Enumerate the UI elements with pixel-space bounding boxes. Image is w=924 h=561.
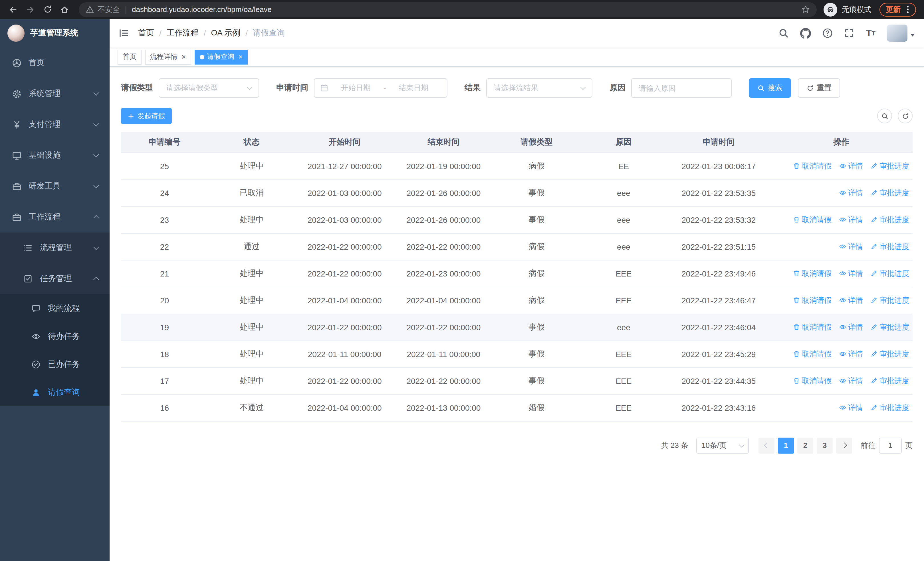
- detail-link[interactable]: 详情: [839, 161, 863, 171]
- fullscreen-icon[interactable]: [844, 28, 855, 38]
- cell-status: 处理中: [208, 340, 295, 367]
- sidebar-item-system[interactable]: 系统管理: [0, 78, 110, 109]
- close-icon[interactable]: ×: [182, 53, 186, 60]
- sidebar-item-process-management[interactable]: 流程管理: [0, 233, 110, 263]
- warning-icon: [86, 5, 94, 14]
- cancel-leave-link[interactable]: 取消请假: [793, 322, 831, 332]
- approval-progress-link[interactable]: 审批进度: [870, 215, 909, 225]
- refresh-icon: [806, 84, 814, 92]
- column-header-actions: 操作: [770, 132, 913, 152]
- tab-leave-query[interactable]: 请假查询 ×: [194, 50, 248, 64]
- cancel-leave-link[interactable]: 取消请假: [793, 268, 831, 278]
- sidebar-item-my-processes[interactable]: 我的流程: [0, 294, 110, 322]
- page-button-3[interactable]: 3: [817, 437, 832, 453]
- trash-icon: [793, 350, 800, 358]
- approval-progress-link[interactable]: 审批进度: [870, 188, 909, 198]
- sidebar-item-leave-query[interactable]: 请假查询: [0, 378, 110, 406]
- sidebar-item-done-tasks[interactable]: 已办任务: [0, 350, 110, 378]
- table-toolbar: 发起请假: [121, 108, 913, 124]
- sidebar-item-infra[interactable]: 基础设施: [0, 140, 110, 171]
- cancel-leave-link[interactable]: 取消请假: [793, 376, 831, 386]
- page-button-1[interactable]: 1: [778, 437, 794, 453]
- cell-end-time: 2022-01-23 00:00:00: [394, 260, 493, 287]
- goto-unit-label: 页: [905, 440, 913, 450]
- sidebar-item-payment[interactable]: 支付管理: [0, 109, 110, 140]
- bookmark-star-icon[interactable]: [801, 5, 810, 14]
- approval-progress-link[interactable]: 审批进度: [870, 349, 909, 359]
- approval-progress-link[interactable]: 审批进度: [870, 403, 909, 413]
- detail-link[interactable]: 详情: [839, 215, 863, 225]
- sidebar-item-workflow[interactable]: 工作流程: [0, 202, 110, 233]
- reason-input[interactable]: [631, 78, 732, 98]
- prev-page-button[interactable]: [759, 437, 774, 453]
- detail-link[interactable]: 详情: [839, 268, 863, 278]
- sidebar-item-pending-tasks[interactable]: 待办任务: [0, 322, 110, 350]
- detail-link[interactable]: 详情: [839, 188, 863, 198]
- home-icon[interactable]: [57, 2, 72, 17]
- page-size-select[interactable]: 10条/页: [696, 437, 749, 453]
- detail-link[interactable]: 详情: [839, 376, 863, 386]
- approval-progress-link[interactable]: 审批进度: [870, 241, 909, 252]
- detail-link[interactable]: 详情: [839, 295, 863, 305]
- next-page-button[interactable]: [836, 437, 852, 453]
- toolbar-search-button[interactable]: [877, 108, 892, 123]
- breadcrumb-workflow[interactable]: 工作流程: [166, 28, 199, 38]
- breadcrumb-oa-example[interactable]: OA 示例: [211, 28, 240, 38]
- cancel-leave-link[interactable]: 取消请假: [793, 295, 831, 305]
- result-select[interactable]: 请选择流结果: [486, 78, 592, 98]
- edit-icon: [870, 216, 878, 223]
- breadcrumb-home[interactable]: 首页: [138, 28, 154, 38]
- hamburger-icon[interactable]: [119, 28, 129, 38]
- cell-apply-time: 2022-01-22 23:53:35: [667, 179, 770, 206]
- menu-dots-icon[interactable]: [907, 9, 909, 10]
- create-leave-button[interactable]: 发起请假: [121, 108, 172, 124]
- tab-process-detail[interactable]: 流程详情 ×: [145, 50, 191, 64]
- search-button[interactable]: 搜索: [749, 78, 791, 98]
- approval-progress-link[interactable]: 审批进度: [870, 376, 909, 386]
- apply-time-label: 申请时间: [276, 83, 308, 93]
- detail-link[interactable]: 详情: [839, 403, 863, 413]
- cell-leave-type: 事假: [493, 206, 580, 233]
- reload-icon[interactable]: [40, 2, 55, 17]
- avatar[interactable]: [887, 24, 908, 42]
- tab-home[interactable]: 首页: [118, 50, 141, 64]
- address-bar[interactable]: 不安全 dashboard.yudao.iocoder.cn/bpm/oa/le…: [79, 2, 817, 17]
- eye-icon: [839, 162, 846, 170]
- detail-link[interactable]: 详情: [839, 349, 863, 359]
- reset-button[interactable]: 重置: [798, 78, 840, 98]
- breadcrumb: 首页 / 工作流程 / OA 示例 / 请假查询: [138, 28, 285, 38]
- page-button-2[interactable]: 2: [797, 437, 813, 453]
- update-button[interactable]: 更新: [879, 3, 916, 16]
- goto-page-input[interactable]: [879, 437, 902, 453]
- sidebar-item-devtools[interactable]: 研发工具: [0, 171, 110, 202]
- apply-time-range-picker[interactable]: 开始日期 - 结束日期: [314, 78, 447, 98]
- cell-end-time: 2022-01-26 00:00:00: [394, 206, 493, 233]
- help-icon[interactable]: [823, 28, 833, 38]
- eye-icon: [839, 404, 846, 411]
- forward-icon[interactable]: [23, 2, 38, 17]
- sidebar-item-task-management[interactable]: 任务管理: [0, 263, 110, 294]
- cancel-leave-link[interactable]: 取消请假: [793, 215, 831, 225]
- approval-progress-link[interactable]: 审批进度: [870, 322, 909, 332]
- leave-type-select[interactable]: 请选择请假类型: [159, 78, 259, 98]
- font-size-icon[interactable]: TT: [866, 28, 876, 38]
- close-icon[interactable]: ×: [238, 53, 243, 60]
- toolbar-refresh-button[interactable]: [898, 108, 913, 123]
- trash-icon: [793, 377, 800, 385]
- approval-progress-link[interactable]: 审批进度: [870, 161, 909, 171]
- cell-actions: 取消请假详情审批进度: [770, 152, 913, 179]
- back-icon[interactable]: [6, 2, 21, 17]
- sidebar-item-home[interactable]: 首页: [0, 47, 110, 78]
- detail-link[interactable]: 详情: [839, 322, 863, 332]
- incognito-icon: [824, 3, 837, 16]
- search-icon[interactable]: [779, 28, 789, 38]
- cancel-leave-link[interactable]: 取消请假: [793, 161, 831, 171]
- calendar-icon: [320, 84, 328, 92]
- eye-icon: [839, 377, 846, 385]
- cell-leave-type: 病假: [493, 152, 580, 179]
- detail-link[interactable]: 详情: [839, 241, 863, 252]
- github-icon[interactable]: [801, 28, 811, 39]
- cancel-leave-link[interactable]: 取消请假: [793, 349, 831, 359]
- approval-progress-link[interactable]: 审批进度: [870, 268, 909, 278]
- approval-progress-link[interactable]: 审批进度: [870, 295, 909, 305]
